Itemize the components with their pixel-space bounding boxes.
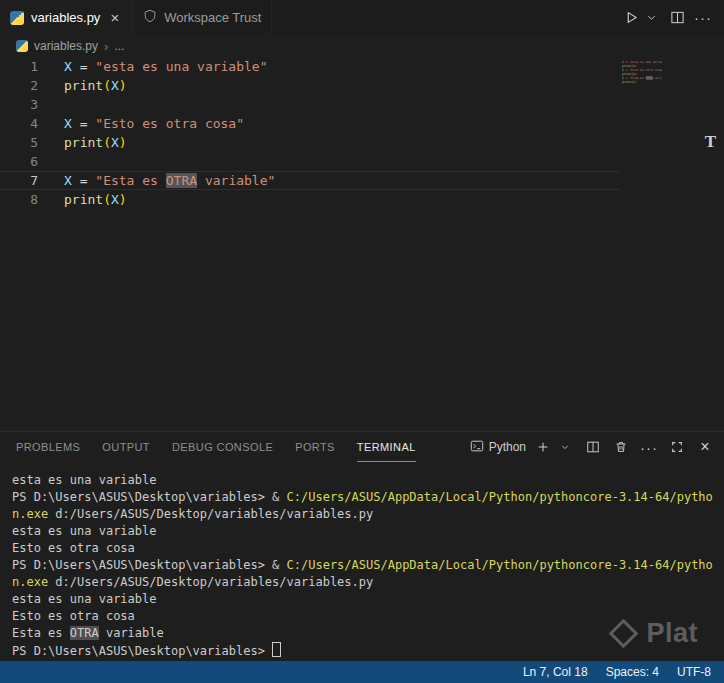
breadcrumb-more[interactable]: ... [114,39,124,53]
terminal-line: esta es una variable [12,591,724,608]
tab-variables-py[interactable]: variables.py × [0,0,133,35]
line-number[interactable]: 7 [0,171,46,190]
split-editor-button[interactable] [666,7,688,29]
breadcrumb: variables.py › ... [0,35,724,57]
editor-lines: 1X = "esta es una variable"2print(X)34X … [0,57,620,209]
terminal[interactable]: esta es una variablePS D:\Users\ASUS\Des… [0,462,724,661]
more-actions-button[interactable]: ··· [692,7,714,29]
python-file-icon [10,11,24,25]
minimap[interactable]: X = "esta es una variable"print(X)X = "E… [622,60,662,106]
tab-label: variables.py [31,10,100,25]
terminal-shell-selector[interactable]: Python [470,439,526,456]
terminal-line: Esto es otra cosa [12,608,724,625]
kill-terminal-button[interactable] [610,436,632,458]
run-dropdown-chevron-icon[interactable] [640,7,662,29]
breadcrumb-file[interactable]: variables.py [34,39,98,53]
code-line[interactable]: 2print(X) [0,76,620,95]
line-number[interactable]: 5 [0,133,46,152]
vscode-window: variables.py × Workspace Trust ··· varia… [0,0,724,683]
code-text [46,152,64,171]
panel-tab-problems[interactable]: PROBLEMS [16,432,80,462]
terminal-icon [470,439,484,456]
close-tab-icon[interactable]: × [107,9,122,26]
panel-tab-ports[interactable]: PORTS [295,432,335,462]
terminal-shell-label: Python [489,440,526,454]
tab-bar: variables.py × Workspace Trust ··· [0,0,724,35]
code-text: X = "Esto es otra cosa" [46,114,244,133]
panel-tabs: PROBLEMS OUTPUT DEBUG CONSOLE PORTS TERM… [16,432,416,462]
terminal-line: PS D:\Users\ASUS\Desktop\variables> [12,642,724,660]
code-line[interactable]: 6 [0,152,620,171]
breadcrumb-separator-icon: › [104,39,108,54]
split-terminal-button[interactable] [582,436,604,458]
code-text [46,95,64,114]
code-text: X = "Esta es OTRA variable" [46,171,275,190]
terminal-output: esta es una variablePS D:\Users\ASUS\Des… [12,472,724,660]
terminal-line: PS D:\Users\ASUS\Desktop\variables> & C:… [12,489,724,506]
code-text: X = "esta es una variable" [46,57,268,76]
line-number[interactable]: 4 [0,114,46,133]
panel-tab-output[interactable]: OUTPUT [102,432,150,462]
tab-workspace-trust[interactable]: Workspace Trust [133,0,272,35]
code-line[interactable]: 1X = "esta es una variable" [0,57,620,76]
bottom-panel: PROBLEMS OUTPUT DEBUG CONSOLE PORTS TERM… [0,431,724,661]
cursor-position[interactable]: Ln 7, Col 18 [514,665,597,679]
terminal-line: PS D:\Users\ASUS\Desktop\variables> & C:… [12,557,724,574]
status-bar: Ln 7, Col 18 Spaces: 4 UTF-8 [0,661,724,683]
code-line[interactable]: 8print(X) [0,190,620,209]
terminal-line: Esta es OTRA variable [12,625,724,642]
panel-header: PROBLEMS OUTPUT DEBUG CONSOLE PORTS TERM… [0,432,724,462]
close-panel-button[interactable]: × [694,436,716,458]
line-number[interactable]: 1 [0,57,46,76]
terminal-line: n.exe d:/Users/ASUS/Desktop/variables/va… [12,506,724,523]
line-number[interactable]: 8 [0,190,46,209]
panel-tab-terminal[interactable]: TERMINAL [357,432,416,462]
shield-icon [143,9,157,26]
new-terminal-button[interactable] [532,436,554,458]
code-line[interactable]: 7X = "Esta es OTRA variable" [0,171,620,190]
editor-actions: ··· [620,0,724,35]
line-number[interactable]: 2 [0,76,46,95]
maximize-panel-button[interactable] [666,436,688,458]
encoding-setting[interactable]: UTF-8 [668,665,720,679]
code-text: print(X) [46,76,127,95]
watermark-letter: T [705,132,716,152]
line-number[interactable]: 3 [0,95,46,114]
code-line[interactable]: 5print(X) [0,133,620,152]
terminal-actions: Python ··· × [470,436,716,458]
panel-more-actions-button[interactable]: ··· [638,436,660,458]
run-button[interactable] [620,7,642,29]
code-text: print(X) [46,133,127,152]
code-line[interactable]: 3 [0,95,620,114]
terminal-line: n.exe d:/Users/ASUS/Desktop/variables/va… [12,574,724,591]
terminal-dropdown-chevron-icon[interactable] [554,436,576,458]
terminal-line: esta es una variable [12,472,724,489]
editor[interactable]: 1X = "esta es una variable"2print(X)34X … [0,57,724,431]
terminal-line: Esto es otra cosa [12,540,724,557]
terminal-line: esta es una variable [12,523,724,540]
python-file-icon [16,40,28,52]
tab-label: Workspace Trust [164,10,261,25]
indentation-setting[interactable]: Spaces: 4 [597,665,668,679]
line-number[interactable]: 6 [0,152,46,171]
panel-tab-debug-console[interactable]: DEBUG CONSOLE [172,432,273,462]
code-line[interactable]: 4X = "Esto es otra cosa" [0,114,620,133]
code-text: print(X) [46,190,127,209]
